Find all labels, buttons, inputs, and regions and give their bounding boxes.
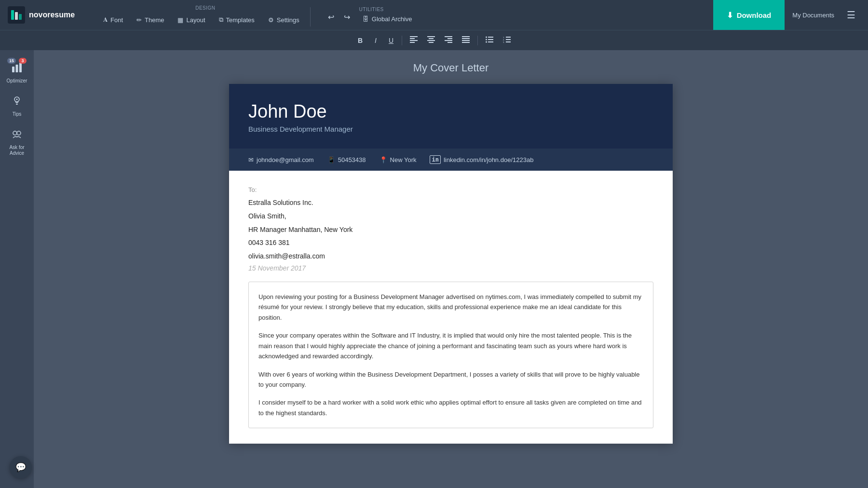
justify-button[interactable] — [458, 34, 474, 46]
applicant-job-title: Business Development Manager — [248, 125, 653, 133]
paragraph-3: With over 6 years of working within the … — [258, 369, 643, 390]
email-value: johndoe@gmail.com — [257, 156, 314, 163]
templates-nav-item[interactable]: ⧉ Templates — [212, 13, 261, 27]
italic-button[interactable]: I — [369, 35, 382, 46]
my-documents-button[interactable]: My Documents — [785, 12, 842, 19]
my-documents-label: My Documents — [792, 12, 834, 19]
underline-button[interactable]: U — [384, 35, 398, 46]
global-archive-nav-item[interactable]: 🗄 Global Archive — [356, 13, 419, 26]
global-archive-label: Global Archive — [372, 15, 412, 23]
download-icon: ⬇ — [727, 11, 733, 20]
svg-point-37 — [13, 131, 17, 135]
bold-button[interactable]: B — [353, 35, 367, 46]
svg-rect-9 — [427, 40, 435, 41]
svg-point-19 — [486, 37, 487, 38]
svg-rect-30 — [506, 41, 511, 42]
bullet-list-icon — [486, 37, 493, 44]
linkedin-value: linkedin.com/in/john.doe/1223ab — [444, 156, 533, 163]
svg-rect-33 — [19, 63, 22, 72]
phone-value: 50453438 — [338, 156, 366, 163]
global-archive-icon: 🗄 — [363, 15, 369, 23]
layout-nav-item[interactable]: ▦ Layout — [171, 14, 212, 27]
svg-rect-8 — [429, 38, 434, 39]
numbered-list-icon: 1.2.3. — [503, 37, 511, 44]
format-toolbar: B I U 1.2.3. — [0, 30, 868, 50]
paragraph-2: Since your company operates within the S… — [258, 330, 643, 361]
design-label: Design — [195, 5, 215, 11]
contact-email: ✉ johndoe@gmail.com — [248, 156, 314, 163]
toolbar-separator-2 — [477, 36, 478, 45]
contact-location: 📍 New York — [380, 156, 417, 163]
editor-area[interactable]: My Cover Letter John Doe Business Develo… — [34, 50, 868, 488]
optimizer-badge-15: 15 — [7, 58, 16, 64]
advice-label: Ask for Advice — [6, 145, 28, 156]
redo-button[interactable]: ↪ — [340, 10, 354, 25]
svg-rect-14 — [448, 42, 452, 43]
font-nav-item[interactable]: 𝐀 Font — [96, 13, 130, 27]
svg-rect-35 — [16, 104, 18, 105]
svg-rect-2 — [19, 14, 22, 20]
optimizer-badges: 15 3 — [11, 62, 23, 76]
templates-label: Templates — [226, 16, 255, 24]
download-button[interactable]: ⬇ Download — [713, 0, 785, 30]
utilities-label: Utilities — [359, 7, 384, 12]
svg-rect-15 — [462, 36, 470, 37]
numbered-list-button[interactable]: 1.2.3. — [499, 34, 515, 46]
svg-rect-17 — [462, 40, 470, 41]
svg-rect-1 — [15, 12, 18, 20]
advice-icon — [11, 128, 23, 143]
applicant-name: John Doe — [248, 101, 653, 122]
chat-button[interactable]: 💬 — [10, 456, 32, 478]
location-value: New York — [390, 156, 417, 163]
paragraph-1: Upon reviewing your posting for a Busine… — [258, 292, 643, 323]
align-right-button[interactable] — [441, 34, 456, 46]
svg-rect-5 — [410, 40, 418, 41]
svg-rect-22 — [488, 39, 493, 40]
download-label: Download — [737, 11, 772, 19]
logo-area: novoresume — [8, 6, 95, 24]
letter-date: 15 November 2017 — [248, 264, 653, 272]
letter-body-box[interactable]: Upon reviewing your posting for a Busine… — [248, 282, 653, 428]
svg-rect-12 — [448, 38, 452, 39]
theme-nav-item[interactable]: ✏ Theme — [130, 14, 171, 27]
logo-icon — [8, 6, 25, 24]
theme-icon: ✏ — [136, 16, 142, 24]
svg-rect-16 — [462, 38, 470, 39]
cover-letter-body[interactable]: To: Estralla Solutions Inc. Olivia Smith… — [229, 171, 673, 444]
svg-rect-32 — [16, 65, 18, 72]
theme-label: Theme — [145, 16, 164, 24]
hamburger-icon: ☰ — [847, 10, 855, 20]
justify-icon — [462, 37, 470, 44]
svg-point-38 — [17, 131, 21, 135]
sidebar-item-tips[interactable]: Tips — [3, 91, 31, 121]
settings-icon: ⚙ — [268, 16, 274, 24]
phone-icon: 📱 — [327, 156, 335, 163]
align-center-button[interactable] — [423, 34, 439, 46]
align-left-icon — [410, 37, 418, 44]
settings-label: Settings — [277, 16, 299, 24]
chat-icon: 💬 — [15, 462, 26, 473]
cover-letter-header: John Doe Business Development Manager — [229, 84, 673, 149]
settings-nav-item[interactable]: ⚙ Settings — [261, 14, 306, 27]
svg-rect-18 — [462, 42, 470, 43]
cover-letter-document: John Doe Business Development Manager ✉ … — [229, 84, 673, 444]
svg-point-36 — [16, 99, 18, 100]
contact-bar: ✉ johndoe@gmail.com 📱 50453438 📍 New Yor… — [229, 149, 673, 171]
email-icon: ✉ — [248, 156, 254, 163]
sidebar-item-advice[interactable]: Ask for Advice — [3, 124, 31, 160]
undo-button[interactable]: ↩ — [324, 10, 338, 25]
font-icon: 𝐀 — [103, 16, 108, 24]
bullet-list-button[interactable] — [482, 34, 497, 46]
layout-label: Layout — [186, 16, 205, 24]
left-sidebar: 15 3 Optimizer — [0, 50, 34, 488]
templates-icon: ⧉ — [219, 16, 223, 24]
hamburger-button[interactable]: ☰ — [842, 9, 860, 21]
align-right-icon — [445, 37, 452, 44]
optimizer-label: Optimizer — [7, 78, 27, 83]
svg-point-23 — [486, 41, 487, 43]
sidebar-item-optimizer[interactable]: 15 3 Optimizer — [3, 58, 31, 87]
linkedin-icon: in — [430, 155, 440, 164]
recipient-phone: 0043 316 381 — [248, 237, 653, 249]
align-left-button[interactable] — [406, 34, 421, 46]
align-center-icon — [427, 37, 435, 44]
